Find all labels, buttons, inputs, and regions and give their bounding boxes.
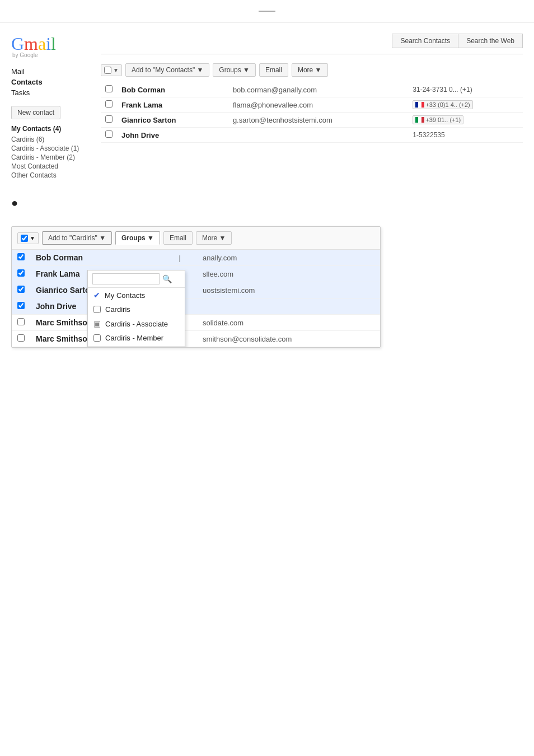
content-area: Search Contacts Search the Web ▼ Add to … [101,34,523,180]
toolbar2: ▼ Add to "Cardiris" ▼ Groups ▼ Email Mor… [12,227,380,250]
more-button-2[interactable]: More ▼ [196,231,232,245]
contact2-emailpart-0: anally.com [197,250,380,266]
contact2-emailpart-1: sllee.com [197,266,380,282]
contact-name-0[interactable]: Bob Corman [117,82,228,97]
contact2-checkbox-3[interactable] [17,302,25,309]
table-row: Marc Smithson solidate.com [12,315,380,331]
dropdown-label-cardiris-associate: Cardiris - Associate [105,320,168,328]
contacts-with-dropdown: Bob Corman | anally.com Frank Lama sllee… [12,250,380,347]
groups-dropdown: 🔍 ✔ My Contacts Cardiris ▣ Cardiris - As… [87,270,185,348]
contact-phone-3: 1-5322535 [408,128,523,143]
contact2-emailpart-2: uostsistemi.com [197,282,380,298]
table-row: Marc Smithson smithson@consolidate.com [12,331,380,347]
email-button-2[interactable]: Email [163,231,193,245]
contact-checkbox-3[interactable] [105,130,113,138]
logo-g: G [11,34,24,54]
toolbar: ▼ Add to "My Contacts" ▼ Groups ▼ Email … [101,63,523,77]
table-row: Frank Lama flama@phonevallee.com +33 (0)… [101,97,523,113]
contact2-checkbox-1[interactable] [17,269,25,277]
sidebar-item-tasks[interactable]: Tasks [11,87,95,98]
sidebar-groups: Cardiris (6) Cardiris - Associate (1) Ca… [11,135,95,180]
logo-l: l [51,34,56,54]
flag-icon-it [415,117,424,123]
partial-check-icon-associate: ▣ [93,319,101,328]
dropdown-label-cardiris-member: Cardiris - Member [105,334,163,342]
table-row: Gianrico Sarton g.sarton@tecnhostsistemi… [101,113,523,128]
select-all-checkbox[interactable] [104,67,111,74]
gmail-logo: Gmail by Google [11,34,95,58]
sidebar-nav: Mail Contacts Tasks [11,66,95,98]
sidebar-item-contacts[interactable]: Contacts [11,77,95,87]
contact-email-2: g.sarton@tecnhostsistemi.com [228,113,408,128]
contact2-emailpart-4: solidate.com [197,315,380,331]
logo-a: a [38,34,46,54]
top-bar [0,0,534,22]
second-panel: ▼ Add to "Cardiris" ▼ Groups ▼ Email Mor… [0,215,534,359]
checkmark-icon-my-contacts: ✔ [93,291,100,300]
my-contacts-title: My Contacts (4) [11,125,95,133]
contact-checkbox-0[interactable] [105,85,113,92]
dropdown-item-cardiris-associate[interactable]: ▣ Cardiris - Associate [88,316,185,331]
more-button[interactable]: More ▼ [292,63,328,77]
dropdown-search-icon: 🔍 [162,274,172,283]
sidebar-group-cardiris-member[interactable]: Cardiris - Member (2) [11,153,95,162]
dropdown-item-my-contacts[interactable]: ✔ My Contacts [88,288,185,302]
search-web-button[interactable]: Search the Web [458,34,523,48]
table-row: John Drive [12,298,380,315]
search-contacts-button[interactable]: Search Contacts [392,34,458,48]
add-to-cardiris-button[interactable]: Add to "Cardiris" ▼ [42,231,112,245]
logo-i: i [46,34,51,54]
flag-badge-it: +39 01.. (+1) [413,115,463,124]
contacts-table: Bob Corman bob.corman@ganally.com 31-24-… [101,82,523,143]
email-button[interactable]: Email [259,63,288,77]
sidebar-item-mail[interactable]: Mail [11,66,95,77]
contact-phone-1: +33 (0)1 4.. (+2) [408,97,523,113]
contact2-email-0: | [173,250,197,266]
contact-name-1[interactable]: Frank Lama [117,97,228,113]
logo-m1: m [24,34,38,54]
dropdown-item-cardiris-member[interactable]: Cardiris - Member [88,331,185,345]
contact2-checkbox-5[interactable] [17,334,25,342]
contact2-emailpart-5: smithson@consolidate.com [197,331,380,347]
contact-name-3[interactable]: John Drive [117,128,228,143]
contact2-name-0[interactable]: Bob Corman [30,250,173,266]
phone-text-1: +33 (0)1 4.. (+2) [425,101,470,108]
dropdown-label-cardiris: Cardiris [105,305,130,314]
select-dropdown-arrow[interactable]: ▼ [113,67,119,73]
sidebar: Gmail by Google Mail Contacts Tasks New … [11,34,101,180]
select-dropdown-arrow-2[interactable]: ▼ [30,235,35,241]
panel-container: ▼ Add to "Cardiris" ▼ Groups ▼ Email Mor… [11,226,381,348]
dropdown-checkbox-cardiris-member[interactable] [93,334,101,342]
select-all-checkbox-2[interactable] [21,235,28,242]
dropdown-apply-button[interactable]: Apply [88,346,185,348]
contact2-checkbox-4[interactable] [17,318,25,325]
contact-email-1: flama@phonevallee.com [228,97,408,113]
dropdown-checkbox-cardiris[interactable] [93,306,101,313]
toolbar-select-group: ▼ [101,64,122,76]
sidebar-group-cardiris-associate[interactable]: Cardiris - Associate (1) [11,144,95,153]
sidebar-group-most-contacted[interactable]: Most Contacted [11,162,95,171]
bullet-point: ● [0,191,534,215]
toolbar2-select-group: ▼ [17,232,39,244]
sidebar-group-cardiris[interactable]: Cardiris (6) [11,135,95,144]
contact-checkbox-1[interactable] [105,100,113,108]
contact-email-0: bob.corman@ganally.com [228,82,408,97]
dropdown-search-row: 🔍 [88,270,185,288]
groups-button-2[interactable]: Groups ▼ [115,231,160,245]
new-contact-button[interactable]: New contact [11,106,60,119]
contact-name-2[interactable]: Gianrico Sarton [117,113,228,128]
contact2-checkbox-0[interactable] [17,253,25,260]
contact-checkbox-2[interactable] [105,115,113,123]
dropdown-item-cardiris[interactable]: Cardiris [88,302,185,316]
dropdown-search-input[interactable] [92,273,160,284]
table-row: Gianrico Sarton uostsistemi.com [12,282,380,298]
contact2-checkbox-2[interactable] [17,286,25,293]
groups-button[interactable]: Groups ▼ [213,63,256,77]
main-container: Gmail by Google Mail Contacts Tasks New … [0,22,534,191]
table-row: John Drive 1-5322535 [101,128,523,143]
sidebar-group-other-contacts[interactable]: Other Contacts [11,171,95,180]
phone-text-2: +39 01.. (+1) [425,116,461,123]
table-row: Bob Corman bob.corman@ganally.com 31-24-… [101,82,523,97]
add-to-my-contacts-button[interactable]: Add to "My Contacts" ▼ [125,63,209,77]
flag-badge-fr: +33 (0)1 4.. (+2) [413,100,473,109]
